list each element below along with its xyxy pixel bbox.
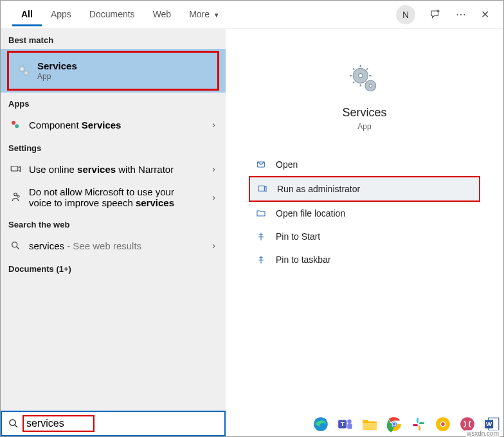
pin-icon	[255, 231, 267, 242]
watermark: wsxdn.com	[465, 430, 500, 437]
svg-rect-28	[417, 418, 419, 423]
taskbar-teams-icon[interactable]: T	[334, 415, 356, 434]
open-icon	[255, 159, 267, 170]
chevron-right-icon: ›	[212, 192, 218, 202]
search-icon	[4, 418, 22, 429]
result-speech-services[interactable]: Do not allow Microsoft to use your voice…	[1, 181, 226, 213]
svg-rect-30	[419, 425, 420, 431]
svg-point-15	[369, 84, 372, 87]
result-text: with Narrator	[116, 164, 174, 175]
result-text-bold: Services	[82, 120, 122, 130]
result-best-title: Services	[37, 60, 210, 71]
action-label: Pin to taskbar	[276, 254, 331, 265]
section-documents: Documents (1+)	[1, 258, 226, 278]
svg-point-34	[441, 422, 444, 425]
result-text: services	[29, 240, 64, 251]
taskbar-slack-icon[interactable]	[408, 415, 429, 434]
result-best-subtitle: App	[37, 72, 210, 81]
svg-point-5	[12, 121, 15, 125]
search-icon	[8, 238, 22, 253]
svg-point-13	[359, 74, 363, 78]
chevron-right-icon: ›	[212, 164, 218, 174]
action-open-file-location[interactable]: Open file location	[249, 202, 480, 225]
svg-rect-31	[413, 424, 418, 426]
taskbar-explorer-icon[interactable]	[359, 415, 381, 434]
svg-point-8	[14, 193, 17, 196]
result-hint: - See web results	[64, 240, 141, 251]
svg-point-35	[460, 417, 474, 431]
preview-title: Services	[342, 106, 386, 120]
svg-point-9	[17, 195, 19, 197]
svg-rect-7	[11, 166, 18, 172]
folder-icon	[255, 208, 267, 219]
svg-point-2	[21, 68, 23, 70]
result-best-services[interactable]: Services App	[7, 51, 219, 91]
action-label: Pin to Start	[276, 231, 320, 242]
titlebar: All Apps Documents Web More ▼ N ⋯ ✕	[1, 1, 503, 29]
tab-documents[interactable]: Documents	[80, 3, 144, 26]
section-settings: Settings	[1, 137, 226, 157]
section-apps: Apps	[1, 93, 226, 112]
svg-point-4	[26, 73, 27, 74]
result-text-bold: services	[77, 164, 116, 175]
admin-shield-icon	[256, 183, 268, 195]
search-input[interactable]	[26, 418, 91, 429]
preview-subtitle: App	[357, 122, 371, 131]
speech-icon	[8, 190, 22, 204]
tab-all[interactable]: All	[12, 3, 42, 26]
svg-text:T: T	[341, 420, 345, 427]
component-services-icon	[8, 118, 22, 132]
action-open[interactable]: Open	[249, 153, 480, 176]
section-best-match: Best match	[1, 29, 226, 49]
taskbar-chrome-canary-icon[interactable]	[432, 415, 454, 434]
pin-icon	[255, 254, 267, 265]
result-text: Component	[29, 120, 82, 130]
section-search-web: Search the web	[1, 213, 226, 233]
svg-point-6	[15, 124, 19, 128]
svg-rect-22	[347, 424, 352, 429]
action-label: Run as administrator	[277, 184, 360, 194]
result-text: voice to improve speech	[29, 197, 136, 208]
result-text: Use online	[29, 164, 77, 175]
results-panel: Best match Services App Apps Compon	[1, 29, 226, 436]
filter-tabs: All Apps Documents Web More ▼	[1, 3, 229, 26]
tab-web[interactable]: Web	[144, 3, 181, 26]
svg-point-21	[347, 419, 352, 424]
svg-rect-29	[419, 422, 424, 424]
tab-apps[interactable]: Apps	[42, 3, 80, 26]
gears-icon	[17, 64, 31, 78]
result-component-services[interactable]: Component Services ›	[1, 112, 226, 137]
action-run-as-administrator[interactable]: Run as administrator	[249, 176, 480, 202]
svg-point-10	[12, 242, 17, 247]
action-pin-to-taskbar[interactable]: Pin to taskbar	[249, 248, 480, 271]
feedback-icon[interactable]	[429, 9, 441, 21]
chevron-right-icon: ›	[212, 240, 218, 251]
result-web-services[interactable]: services - See web results ›	[1, 233, 226, 258]
result-narrator-services[interactable]: Use online services with Narrator ›	[1, 157, 226, 181]
user-avatar[interactable]: N	[396, 5, 415, 24]
preview-panel: Services App Open Run as administrator O…	[226, 29, 503, 436]
action-label: Open	[276, 159, 298, 170]
chevron-down-icon: ▼	[212, 12, 220, 19]
chevron-right-icon: ›	[212, 120, 218, 130]
svg-rect-23	[363, 423, 377, 430]
accessibility-icon	[8, 162, 22, 176]
taskbar-chrome-icon[interactable]	[383, 415, 405, 434]
close-button[interactable]: ✕	[481, 8, 489, 21]
svg-point-11	[10, 420, 15, 425]
more-options-icon[interactable]: ⋯	[455, 9, 467, 21]
result-text-bold: services	[136, 197, 174, 208]
search-bar	[1, 411, 226, 436]
action-label: Open file location	[276, 208, 345, 219]
action-pin-to-start[interactable]: Pin to Start	[249, 225, 480, 248]
tab-more[interactable]: More ▼	[180, 3, 229, 26]
services-gears-icon	[348, 64, 381, 96]
result-text: Do not allow Microsoft to use your	[29, 186, 206, 197]
svg-text:W: W	[486, 420, 492, 427]
svg-rect-17	[258, 186, 264, 191]
taskbar-edge-icon[interactable]	[310, 415, 332, 434]
svg-point-27	[393, 423, 396, 426]
